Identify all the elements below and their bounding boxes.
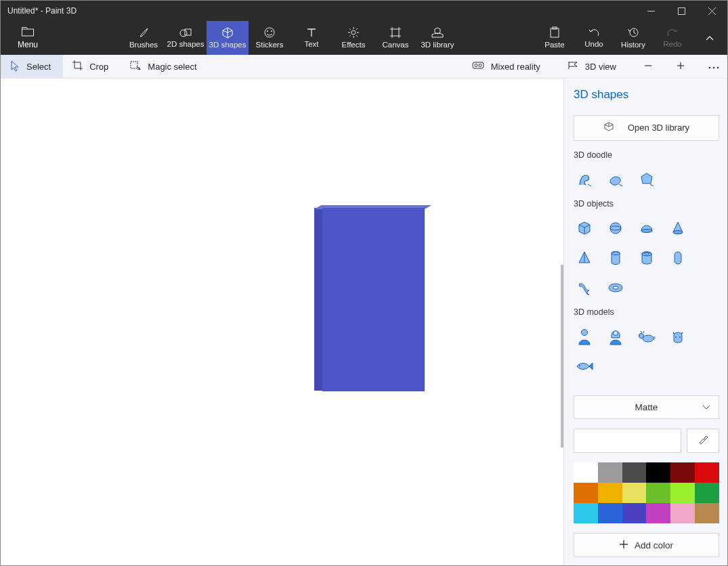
paste-button[interactable]: Paste — [535, 21, 574, 55]
tab-3d-shapes[interactable]: 3D shapes — [207, 21, 249, 55]
toolbar-label: Select — [26, 62, 51, 72]
color-swatch[interactable] — [670, 503, 695, 523]
sphere-icon[interactable] — [605, 218, 626, 238]
tab-stickers[interactable]: Stickers — [249, 21, 291, 55]
color-swatch[interactable] — [622, 483, 647, 503]
open-3d-library-button[interactable]: Open 3D library — [574, 115, 719, 141]
scrollbar[interactable] — [561, 265, 563, 448]
add-color-button[interactable]: Add color — [574, 533, 719, 557]
svg-line-15 — [349, 28, 351, 30]
dog-icon[interactable] — [636, 326, 658, 347]
redo-button[interactable]: Redo — [653, 21, 692, 55]
svg-point-38 — [709, 66, 711, 68]
color-swatch[interactable] — [646, 462, 670, 483]
svg-rect-31 — [131, 62, 137, 68]
svg-point-44 — [673, 230, 683, 234]
window-title: Untitled* - Paint 3D — [1, 6, 636, 16]
side-panel: 3D shapes Open 3D library 3D doodle 3D o… — [564, 79, 727, 565]
mr-headset-icon — [472, 62, 484, 72]
svg-line-16 — [356, 35, 358, 37]
ribbon-tools: Brushes 2D shapes 3D shapes Stickers Tex… — [123, 21, 458, 55]
minimize-button[interactable] — [636, 1, 666, 21]
hemisphere-icon[interactable] — [636, 218, 658, 238]
cone-icon[interactable] — [667, 218, 689, 238]
cat-icon[interactable] — [667, 326, 689, 347]
color-swatch[interactable] — [670, 483, 695, 503]
svg-rect-6 — [185, 29, 191, 35]
mixed-reality-button[interactable]: Mixed reality — [467, 55, 546, 79]
color-swatch[interactable] — [670, 462, 695, 483]
collapse-ribbon-button[interactable] — [692, 21, 727, 55]
color-hex-input[interactable] — [574, 429, 681, 453]
canvas-icon — [390, 27, 401, 39]
zoom-out-button[interactable] — [638, 55, 658, 79]
color-swatch[interactable] — [622, 503, 647, 523]
color-swatch[interactable] — [695, 462, 719, 483]
soft-edge-doodle-icon[interactable] — [605, 169, 626, 190]
color-swatch[interactable] — [646, 483, 670, 503]
more-button[interactable] — [703, 55, 725, 79]
close-button[interactable] — [697, 1, 727, 21]
toolbar-label: 3D view — [585, 62, 616, 72]
select-tool[interactable]: Select — [1, 55, 63, 79]
tab-label: Text — [304, 40, 318, 48]
tab-3d-library[interactable]: 3D library — [416, 21, 458, 55]
app-window: Untitled* - Paint 3D Menu Brushes 2 — [0, 0, 728, 566]
material-select[interactable]: Matte — [574, 395, 719, 420]
color-swatch[interactable] — [574, 483, 598, 503]
toolbar-label: Crop — [89, 62, 108, 72]
shapes3d-icon — [222, 27, 233, 39]
magic-select-icon — [130, 61, 141, 72]
eyedropper-icon — [698, 434, 708, 448]
color-swatch[interactable] — [574, 503, 598, 523]
man-icon[interactable] — [574, 326, 595, 347]
color-swatch[interactable] — [574, 462, 598, 483]
undo-button[interactable]: Undo — [574, 21, 614, 55]
maximize-button[interactable] — [666, 1, 697, 21]
tab-brushes[interactable]: Brushes — [123, 21, 165, 55]
color-swatch[interactable] — [622, 462, 647, 483]
tab-label: 2D shapes — [167, 40, 205, 48]
curved-cylinder-icon[interactable] — [574, 278, 595, 298]
svg-rect-4 — [22, 29, 34, 36]
tab-text[interactable]: Text — [291, 21, 333, 55]
fish-icon[interactable] — [574, 356, 595, 376]
sharp-edge-doodle-icon[interactable] — [636, 169, 658, 190]
magic-select-tool[interactable]: Magic select — [121, 55, 209, 79]
tube-doodle-icon[interactable] — [574, 169, 595, 190]
color-swatch[interactable] — [598, 483, 622, 503]
tab-2d-shapes[interactable]: 2D shapes — [165, 21, 207, 55]
tube-ring-icon[interactable] — [636, 248, 658, 268]
color-swatch[interactable] — [695, 483, 719, 503]
section-3d-doodle: 3D doodle — [574, 150, 719, 160]
svg-line-18 — [349, 35, 351, 37]
brush-icon — [138, 27, 149, 39]
secondary-toolbar: Select Crop Magic select Mixed reality 3… — [1, 55, 727, 79]
cube-icon[interactable] — [574, 218, 595, 238]
capsule-icon[interactable] — [667, 248, 689, 268]
color-swatch[interactable] — [598, 462, 622, 483]
object-tools — [574, 218, 719, 298]
woman-icon[interactable] — [605, 326, 626, 347]
toolbar-label: Mixed reality — [491, 62, 540, 72]
plus-icon — [620, 540, 628, 550]
history-button[interactable]: History — [614, 21, 653, 55]
pyramid-icon[interactable] — [574, 248, 595, 268]
menu-button[interactable]: Menu — [1, 21, 55, 55]
cylinder-icon[interactable] — [605, 248, 626, 268]
crop-tool[interactable]: Crop — [63, 55, 121, 79]
tab-canvas[interactable]: Canvas — [374, 21, 416, 55]
zoom-in-button[interactable] — [670, 55, 691, 79]
svg-point-8 — [267, 30, 268, 32]
library3d-icon — [431, 27, 444, 39]
model-tools — [574, 326, 719, 376]
color-swatch[interactable] — [646, 503, 670, 523]
tab-effects[interactable]: Effects — [333, 21, 374, 55]
donut-icon[interactable] — [605, 278, 626, 298]
color-swatch[interactable] — [695, 503, 719, 523]
color-swatch[interactable] — [598, 503, 622, 523]
eyedropper-button[interactable] — [687, 429, 719, 453]
3d-view-button[interactable]: 3D view — [562, 55, 622, 79]
canvas[interactable] — [1, 79, 564, 565]
material-label: Matte — [635, 402, 658, 412]
